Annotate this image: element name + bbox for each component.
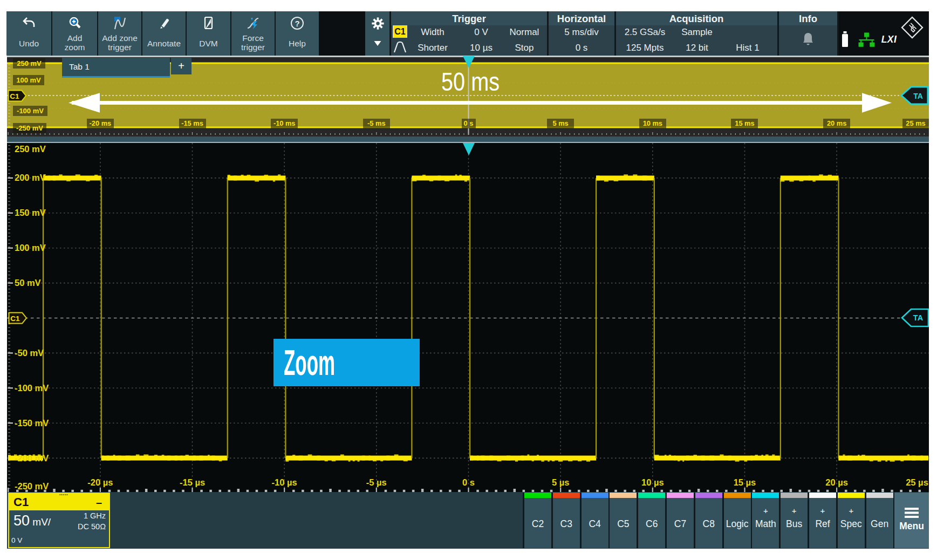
- svg-text:TA: TA: [913, 313, 924, 322]
- svg-text:C1: C1: [10, 92, 19, 100]
- svg-text:?: ?: [295, 19, 299, 28]
- svg-text:C1: C1: [10, 315, 20, 323]
- svg-text:TA: TA: [913, 92, 923, 100]
